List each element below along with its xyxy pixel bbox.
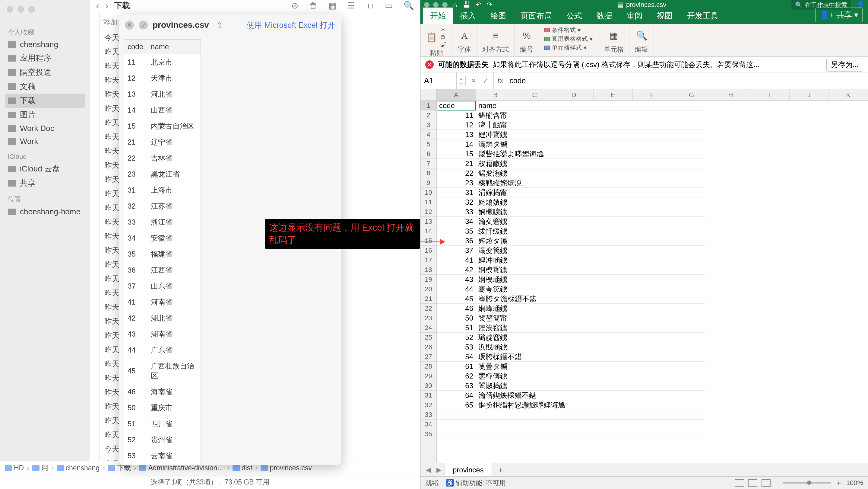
sidebar-item[interactable]: 应用程序 <box>5 51 85 65</box>
page-layout-view-icon[interactable] <box>748 479 757 487</box>
fx-label[interactable]: fx <box>494 76 507 85</box>
column-header[interactable]: G <box>672 89 711 100</box>
find-icon[interactable]: 🔍 <box>636 30 647 41</box>
copy-icon[interactable]: ⧉ <box>441 34 447 41</box>
window-traffic-lights[interactable] <box>424 2 447 7</box>
cell[interactable]: 瑗胯棌鑷不鍖 <box>476 352 705 362</box>
cell[interactable] <box>437 429 476 439</box>
cell[interactable]: 灞变笢鐪 <box>476 246 705 255</box>
close-icon[interactable]: ✕ <box>125 21 134 30</box>
stepper-up[interactable]: ▴ <box>457 76 465 81</box>
cell[interactable]: 52 <box>437 333 476 342</box>
window-traffic-lights[interactable] <box>7 6 85 13</box>
cancel-formula-icon[interactable]: ✕ <box>470 77 476 85</box>
ribbon-tab[interactable]: 插入 <box>453 7 483 24</box>
cell[interactable]: 鍐呰挋鍙よ嚜娌诲尯 <box>476 149 705 159</box>
sidebar-item[interactable]: 隔空投送 <box>5 65 85 79</box>
list-icon[interactable]: ☰ <box>347 1 355 10</box>
zoom-slider[interactable] <box>783 482 831 484</box>
cell[interactable]: name <box>476 101 705 111</box>
save-as-button[interactable]: 另存为... <box>826 58 863 71</box>
cell[interactable]: 61 <box>437 362 476 371</box>
row-number[interactable]: 17 <box>421 255 436 265</box>
cells-icon[interactable]: ▦ <box>610 30 618 41</box>
cut-icon[interactable]: ✂ <box>441 26 447 33</box>
cell[interactable]: 42 <box>437 265 476 275</box>
cell[interactable]: 35 <box>437 226 476 236</box>
cell[interactable]: 瀹夊窘鐪 <box>476 217 705 226</box>
cell[interactable]: 婀栧崡鐪 <box>476 275 705 284</box>
row-number[interactable]: 6 <box>421 149 436 159</box>
row-number[interactable]: 13 <box>421 217 436 226</box>
row-number[interactable]: 20 <box>421 284 436 294</box>
cell[interactable]: 榛戦緶姹熺渷 <box>476 178 705 188</box>
cell[interactable] <box>476 429 705 439</box>
cell[interactable]: 46 <box>437 304 476 313</box>
cell[interactable]: 瀹佸鍥炴棌鑷不鍖 <box>476 391 705 400</box>
row-number[interactable]: 27 <box>421 352 436 362</box>
cell[interactable]: 鍚夋滃鐪 <box>476 168 705 178</box>
sheet-prev-icon[interactable]: ◀ <box>424 466 433 474</box>
column-header[interactable]: I <box>750 89 789 100</box>
ribbon-tab[interactable]: 开始 <box>423 7 453 24</box>
row-number[interactable]: 21 <box>421 294 436 304</box>
back-button[interactable]: ‹ <box>96 0 99 11</box>
sidebar-item[interactable]: 共享 <box>5 176 85 190</box>
row-number[interactable]: 15 <box>421 236 436 246</box>
cell[interactable]: 灞辫タ鐪 <box>476 140 705 149</box>
cell[interactable]: 65 <box>437 400 476 410</box>
column-header[interactable]: J <box>789 89 829 100</box>
cell[interactable]: 50 <box>437 313 476 323</box>
row-number[interactable]: 9 <box>421 178 436 188</box>
cell[interactable] <box>437 410 476 420</box>
normal-view-icon[interactable] <box>735 479 744 487</box>
ribbon-tab[interactable]: 公式 <box>559 7 589 24</box>
format-painter-icon[interactable]: 🖌 <box>441 41 447 48</box>
ribbon-tab[interactable]: 页面布局 <box>513 7 559 24</box>
cell[interactable]: 34 <box>437 217 476 226</box>
ribbon-tab[interactable]: 审阅 <box>619 7 650 24</box>
cell[interactable]: 绂忓缓鐪 <box>476 226 705 236</box>
ribbon-tab[interactable]: 数据 <box>589 7 619 24</box>
cell[interactable]: 鐢樿倴鐪 <box>476 371 705 381</box>
sidebar-item[interactable]: chenshang <box>5 38 85 51</box>
cell[interactable]: 21 <box>437 159 476 168</box>
sidebar-item[interactable]: iCloud 云盘 <box>5 162 85 176</box>
confirm-formula-icon[interactable]: ✓ <box>483 77 489 85</box>
cell[interactable]: 璐靛窞鐪 <box>476 333 705 342</box>
cell[interactable] <box>476 410 705 420</box>
cell[interactable]: 娴峰崡鐪 <box>476 304 705 313</box>
cell[interactable]: 骞胯タ澹棌鑷不鍖 <box>476 294 705 304</box>
row-number[interactable]: 25 <box>421 333 436 342</box>
cell[interactable]: 杈藉畞鐪 <box>476 159 705 168</box>
cell[interactable]: 婀栧寳鐪 <box>476 265 705 275</box>
sheet-tab[interactable]: provinces <box>444 463 492 477</box>
row-number[interactable]: 8 <box>421 168 436 178</box>
cell[interactable]: 閲嶅簡甯 <box>476 313 705 323</box>
sidebar-item[interactable]: 下载 <box>5 93 85 108</box>
path-segment[interactable]: chenshang <box>57 464 100 472</box>
share-icon[interactable]: ⇧ <box>216 21 223 30</box>
row-number[interactable]: 32 <box>421 400 436 410</box>
conditional-format-button[interactable]: 条件格式 ▾ <box>545 26 593 34</box>
ribbon-tab[interactable]: 视图 <box>650 7 680 24</box>
cell[interactable] <box>476 420 705 429</box>
cell[interactable]: 浜戝崡鐪 <box>476 342 705 352</box>
cell[interactable]: 涓婃捣甯 <box>476 188 705 197</box>
cell[interactable]: 鍖椾含甯 <box>476 111 705 120</box>
cell[interactable]: 23 <box>437 178 476 188</box>
cell[interactable]: 14 <box>437 140 476 149</box>
row-number[interactable]: 34 <box>421 420 436 429</box>
row-number[interactable]: 33 <box>421 410 436 420</box>
cell[interactable]: 鏂扮枂缁村惥灏旇嚜娌诲尯 <box>476 400 705 410</box>
cell[interactable]: 22 <box>437 168 476 178</box>
percent-icon[interactable]: % <box>523 30 531 41</box>
cell[interactable]: 娌冲寳鐪 <box>476 130 705 140</box>
sidebar-item[interactable]: 文稿 <box>5 79 85 93</box>
row-number[interactable]: 14 <box>421 226 436 236</box>
cell[interactable]: 闄曡タ鐪 <box>476 362 705 371</box>
ribbon-tab[interactable]: 绘图 <box>483 7 513 24</box>
row-number[interactable]: 35 <box>421 429 436 439</box>
tag-icon[interactable]: ⊘ <box>291 1 298 10</box>
row-number[interactable]: 10 <box>421 188 436 197</box>
